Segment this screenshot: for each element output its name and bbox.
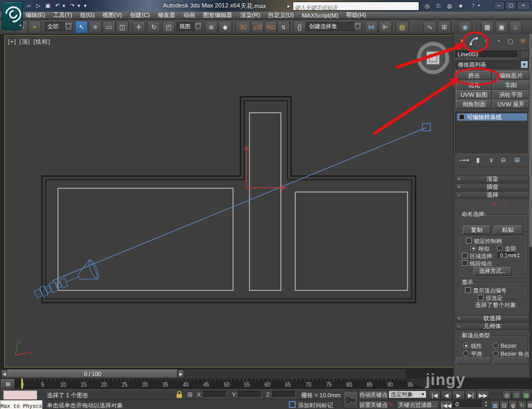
key-filters-button[interactable]: 关键点过滤器... <box>396 400 439 409</box>
tab-utilities-icon[interactable]: ⚒ <box>518 36 528 46</box>
bind-to-spacewarp-icon[interactable]: ≈ <box>28 21 41 34</box>
set-key-mode-button[interactable]: 设置关键点 <box>359 400 388 409</box>
go-to-start-icon[interactable]: |◀ <box>429 390 440 399</box>
linear-radio[interactable]: 线性 <box>463 343 482 350</box>
key-curve-icon[interactable]: ∿ <box>388 400 393 408</box>
z-coordinate-field[interactable] <box>272 391 296 398</box>
make-unique-icon[interactable]: ∨ <box>489 156 494 164</box>
bezier-radio[interactable]: Bezier <box>493 343 517 349</box>
remove-modifier-icon[interactable]: ⊖ <box>501 156 506 164</box>
next-frame-icon[interactable]: ▶| <box>465 390 477 399</box>
rendered-frame-window-icon[interactable]: ▣ <box>495 21 508 34</box>
maxscript-mini-listener-pink[interactable] <box>3 390 37 400</box>
set-keys-button[interactable] <box>343 391 358 408</box>
edit-named-selection-sets-icon[interactable]: {} <box>293 21 306 34</box>
create-line-button-cutoff[interactable] <box>456 357 491 364</box>
orbit-icon[interactable]: ↻ <box>518 400 527 409</box>
align-icon[interactable]: ⊫ <box>379 21 392 34</box>
key-filter-scope-dropdown[interactable]: 选定对象 ▼ <box>388 390 427 398</box>
search-collapse-icon[interactable]: ▸ <box>286 2 292 10</box>
checkbox-icon[interactable] <box>462 260 468 266</box>
render-setup-icon[interactable]: ▦ <box>481 21 494 34</box>
pin-stack-icon[interactable]: –⊶ <box>459 156 469 164</box>
help-dropdown-icon[interactable]: ▾ <box>477 2 481 10</box>
object-color-swatch[interactable] <box>520 51 529 59</box>
minimize-button[interactable]: ─ <box>493 1 505 10</box>
stack-item-editable-spline[interactable]: 可编辑样条线 <box>457 113 527 121</box>
time-tag-icon[interactable] <box>289 401 296 408</box>
menu-group[interactable]: 组(G) <box>80 11 95 19</box>
paste-button[interactable]: 粘贴 <box>494 226 522 235</box>
selection-lock-icon[interactable] <box>176 391 183 398</box>
bezier-corner-radio[interactable]: Bezier 角点 <box>493 350 529 358</box>
selection-filter-dropdown[interactable]: 全部▼ <box>45 22 72 31</box>
modifier-button-edit-patch[interactable]: 编辑面片 <box>493 71 529 80</box>
render-production-icon[interactable]: ♨ <box>509 21 522 34</box>
select-and-rotate-icon[interactable]: ↻ <box>147 21 160 34</box>
application-menu-button[interactable]: ▾ <box>2 2 23 30</box>
copy-button[interactable]: 复制 <box>463 226 491 235</box>
play-animation-icon[interactable]: ▶ <box>452 390 465 399</box>
menu-animation[interactable]: 动画 <box>184 11 195 19</box>
frame-spinner-icon[interactable]: ▲▼ <box>484 400 488 408</box>
radio-icon[interactable] <box>463 350 469 356</box>
close-button[interactable]: × <box>517 1 530 10</box>
favorites-star-icon[interactable]: ★ <box>456 2 466 10</box>
dropdown-arrow-icon[interactable]: ▼ <box>520 61 528 68</box>
spinner-icon[interactable]: ▲▼ <box>516 252 521 258</box>
open-mini-curve-editor-icon[interactable]: ⊞ <box>1 379 15 389</box>
tab-hierarchy-icon[interactable]: ⑂ <box>481 36 491 46</box>
all-radio[interactable]: 全部 <box>497 245 516 253</box>
window-crossing-icon[interactable]: ◫ <box>116 21 129 34</box>
layer-manager-icon[interactable]: ▤ <box>396 21 409 34</box>
schematic-view-icon[interactable]: ⊞ <box>438 21 451 34</box>
rollout-soft-selection[interactable]: +软选择 <box>455 315 529 322</box>
menu-help[interactable]: 帮助(H) <box>346 11 366 19</box>
infocenter-search[interactable] <box>293 2 419 11</box>
snaps-toggle-icon[interactable]: 3Ω <box>236 21 251 34</box>
tab-modify-icon[interactable] <box>469 36 479 46</box>
zoom-extents-all-icon[interactable]: ⊡ <box>512 390 521 399</box>
menu-views[interactable]: 视图(V) <box>103 11 122 19</box>
new-file-icon[interactable]: ▱ <box>24 2 33 10</box>
attach-button-cutoff[interactable] <box>493 357 528 364</box>
open-file-icon[interactable]: ▷ <box>34 2 43 10</box>
key-mode-toggle-icon[interactable]: |◀◀ <box>440 400 453 409</box>
time-slider-prev-icon[interactable]: ◀ <box>1 370 7 378</box>
rectangular-selection-region-icon[interactable]: ▭ <box>103 21 115 34</box>
select-and-move-icon[interactable]: ✛ <box>132 21 145 34</box>
menu-maxscript[interactable]: MAXScript(M) <box>302 12 338 19</box>
lock-handles-checkbox[interactable]: 锁定控制柄 <box>466 238 502 245</box>
undo-dropdown-icon[interactable]: ▾ <box>62 2 66 10</box>
viewport-layout-icon[interactable]: ▦ <box>491 400 500 409</box>
menu-rendering[interactable]: 渲染(R) <box>240 11 260 19</box>
viewport-top[interactable]: [+] [顶] [线框] <box>4 35 454 368</box>
quick-access-more-icon[interactable]: ▾ <box>83 2 87 10</box>
zoom-region-icon[interactable]: ⊡ <box>500 400 509 409</box>
checkbox-icon[interactable] <box>478 295 484 301</box>
modifier-list-dropdown[interactable]: 修改器列表 ▼ <box>455 61 528 69</box>
maximize-viewport-icon[interactable]: ⊞ <box>527 400 532 409</box>
show-vertex-numbers-checkbox[interactable]: 显示顶点编号 <box>465 287 506 295</box>
select-by-name-icon[interactable]: ≡ <box>89 21 102 34</box>
pan-hand-icon[interactable]: ψ <box>509 400 518 409</box>
redo-icon[interactable]: ↷ <box>68 2 77 10</box>
use-pivot-center-icon[interactable]: ⊕ <box>205 21 218 34</box>
material-editor-icon[interactable]: ◉ <box>459 21 471 34</box>
maximize-button[interactable]: ▢ <box>505 1 517 10</box>
modifier-button-uvw-unwrap[interactable]: UVW 展开 <box>493 99 529 109</box>
rollout-interpolation[interactable]: +插值 <box>455 183 529 190</box>
tab-motion-icon[interactable]: ◔ <box>493 36 503 46</box>
select-object-icon[interactable]: ↖ <box>75 21 88 34</box>
time-slider-track[interactable]: ◀ 0 / 100 ▶ <box>0 369 406 379</box>
area-selection-checkbox[interactable]: 区域选择: <box>462 253 494 260</box>
segment-end-checkbox[interactable]: 线段端点 <box>462 260 492 268</box>
current-frame-field[interactable]: 0 <box>453 400 483 408</box>
modifier-button-turbosmooth[interactable]: 涡轮平滑 <box>493 90 529 99</box>
absolute-offset-toggle-icon[interactable]: ⊞ <box>187 391 193 398</box>
auto-key-button[interactable]: 自动关键点 <box>359 390 388 400</box>
search-input[interactable] <box>293 4 419 12</box>
zoom-extents-icon[interactable]: ◎ <box>502 390 512 399</box>
y-coordinate-field[interactable] <box>238 391 262 398</box>
track-bar[interactable]: ⊞ 0 5 10 15 20 25 30 35 40 45 50 55 60 6… <box>0 379 431 389</box>
